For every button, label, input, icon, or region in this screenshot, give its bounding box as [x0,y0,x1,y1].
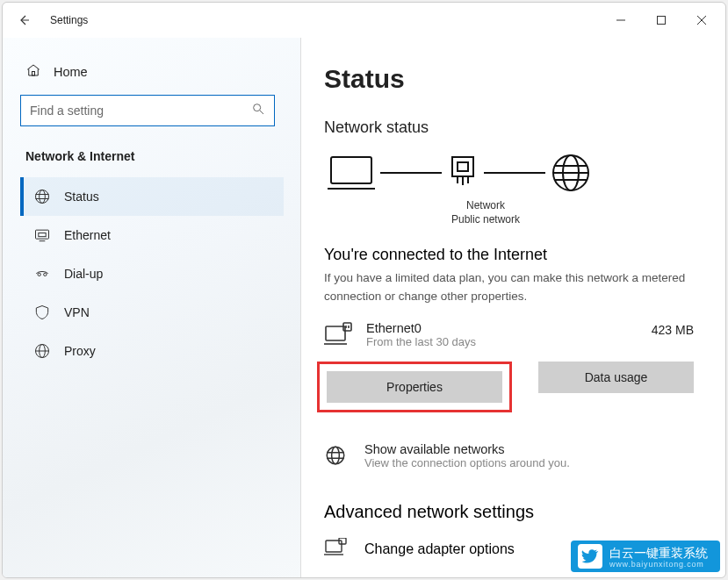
minimize-button[interactable] [601,3,641,38]
sidebar-item-label: Ethernet [64,228,111,242]
data-usage-button[interactable]: Data usage [538,362,694,393]
sidebar-item-label: Dial-up [64,267,103,281]
network-status-heading: Network status [324,118,694,137]
available-networks-title: Show available networks [364,442,570,456]
close-icon [696,15,707,25]
network-diagram [328,153,694,193]
watermark-url: www.baiyunxitong.com [609,560,708,569]
svg-point-7 [36,190,49,204]
device-icon [328,154,375,192]
adapter-icon [324,321,356,351]
close-button[interactable] [681,3,722,38]
globe-small-icon [324,442,352,470]
app-title: Settings [41,14,88,26]
watermark-title: 白云一键重装系统 [609,546,708,560]
sidebar-section-title: Network & Internet [25,149,284,163]
svg-rect-19 [331,157,371,183]
sidebar-item-vpn[interactable]: VPN [20,293,284,332]
sidebar-item-dialup[interactable]: Dial-up [20,254,284,293]
proxy-icon [32,342,52,360]
svg-line-6 [260,111,263,114]
sidebar-nav: Status Ethernet Dial-up [20,177,284,370]
watermark: 白云一键重装系统 www.baiyunxitong.com [571,541,720,572]
properties-button[interactable]: Properties [327,371,502,403]
svg-rect-11 [36,230,49,239]
svg-point-5 [254,104,261,111]
globe-icon [551,153,591,193]
status-icon [32,188,52,205]
adapter-options-icon [324,538,352,561]
connected-heading: You're connected to the Internet [324,246,694,264]
adapter-summary-row: Ethernet0 From the last 30 days 423 MB [324,321,694,351]
adapter-buttons: Properties Data usage [324,362,694,412]
available-networks-desc: View the connection options around you. [364,456,570,469]
advanced-settings-heading: Advanced network settings [324,502,694,522]
main-content: Status Network status Network Public net… [301,38,725,577]
maximize-button[interactable] [641,3,681,38]
adapter-usage: 423 MB [652,321,694,337]
adapter-name: Ethernet0 [366,321,641,335]
svg-rect-4 [32,72,35,76]
sidebar-item-ethernet[interactable]: Ethernet [20,216,284,254]
sidebar-item-status[interactable]: Status [20,177,284,216]
sidebar-item-label: Proxy [64,344,96,358]
svg-rect-22 [458,162,468,171]
search-input[interactable] [30,104,251,118]
search-icon [251,102,265,119]
home-label: Home [54,65,88,79]
show-available-networks[interactable]: Show available networks View the connect… [324,442,694,470]
watermark-logo-icon [578,544,602,569]
back-button[interactable] [6,13,41,27]
minimize-icon [616,15,626,25]
svg-rect-12 [39,233,46,237]
diagram-caption: Network Public network [433,198,694,226]
home-icon [25,62,41,81]
maximize-icon [656,15,667,25]
search-box[interactable] [20,95,275,126]
network-node-icon [447,155,479,190]
svg-rect-31 [326,326,345,340]
dialup-icon [32,265,52,283]
settings-window: Settings Home [2,2,726,578]
page-title: Status [324,64,694,94]
svg-point-14 [38,273,40,276]
ethernet-icon [32,226,52,244]
svg-point-37 [332,447,340,464]
change-adapter-label: Change adapter options [364,541,515,557]
svg-point-36 [327,447,344,464]
svg-rect-21 [452,157,473,176]
diagram-connector [484,172,545,174]
annotation-highlight: Properties [317,362,512,412]
diagram-connector [380,172,442,174]
svg-rect-1 [658,17,666,25]
back-arrow-icon [17,13,31,27]
sidebar: Home Network & Internet Status [3,38,301,577]
vpn-icon [32,304,52,321]
sidebar-item-label: VPN [64,305,90,319]
connected-description: If you have a limited data plan, you can… [324,269,694,305]
sidebar-item-proxy[interactable]: Proxy [20,332,284,370]
sidebar-item-label: Status [64,190,99,204]
svg-point-8 [40,190,46,204]
adapter-subtext: From the last 30 days [366,335,641,348]
sidebar-home[interactable]: Home [20,55,284,95]
svg-point-15 [44,273,47,276]
titlebar: Settings [3,3,725,38]
